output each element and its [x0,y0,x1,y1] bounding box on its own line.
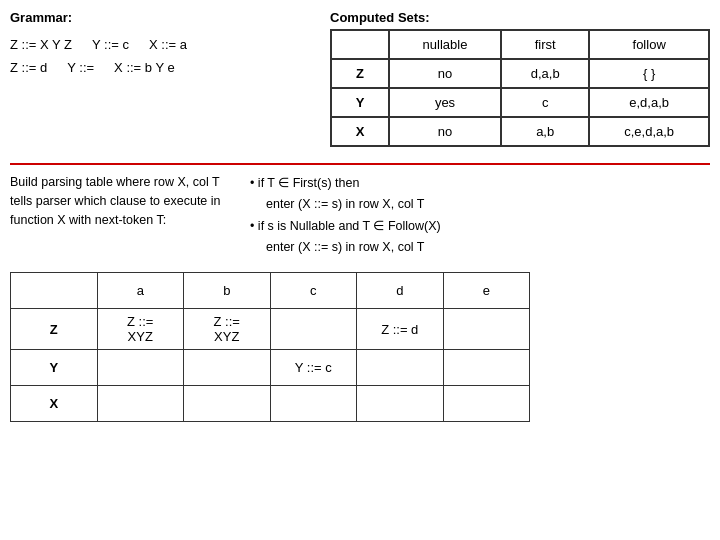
computed-symbol-x: X [331,117,389,146]
computed-header-follow: follow [589,30,709,59]
parsing-z-d: Z ::= d [357,309,444,350]
parsing-table: a b c d e Z Z ::=XYZ Z ::=XYZ Z ::= d Y … [10,272,530,422]
parsing-y-a [97,350,184,386]
computed-nullable-z: no [389,59,501,88]
grammar-rule-y1: Y ::= c [92,33,129,56]
computed-row-x: X no a,b c,e,d,a,b [331,117,709,146]
grammar-rule-y2: Y ::= [67,56,94,79]
parsing-y-b [184,350,271,386]
parsing-x-d [357,386,444,422]
parsing-header-e: e [443,273,530,309]
parsing-x-b [184,386,271,422]
parsing-z-e [443,309,530,350]
computed-follow-x: c,e,d,a,b [589,117,709,146]
rule-line-1: • if T ∈ First(s) then [250,173,710,194]
parsing-y-e [443,350,530,386]
grammar-rule-z1: Z ::= X Y Z [10,33,72,56]
parsing-x-c [270,386,357,422]
computed-first-x: a,b [501,117,589,146]
computed-title: Computed Sets: [330,10,710,25]
parsing-header-c: c [270,273,357,309]
rule-line-3: • if s is Nullable and T ∈ Follow(X) [250,216,710,237]
computed-nullable-x: no [389,117,501,146]
computed-header-nullable: nullable [389,30,501,59]
computed-row-z: Z no d,a,b { } [331,59,709,88]
parsing-y-c: Y ::= c [270,350,357,386]
grammar-line-1: Z ::= X Y Z Y ::= c X ::= a [10,33,310,56]
parsing-row-z: Z Z ::=XYZ Z ::=XYZ Z ::= d [11,309,530,350]
parsing-z-c [270,309,357,350]
rules-text: • if T ∈ First(s) then enter (X ::= s) i… [250,173,710,258]
grammar-body: Z ::= X Y Z Y ::= c X ::= a Z ::= d Y ::… [10,33,310,80]
parsing-row-x: X [11,386,530,422]
computed-nullable-y: yes [389,88,501,117]
rule-line-2: enter (X ::= s) in row X, col T [250,194,710,215]
parsing-symbol-z: Z [11,309,98,350]
computed-table: nullable first follow Z no d,a,b { } Y y… [330,29,710,147]
grammar-section: Grammar: Z ::= X Y Z Y ::= c X ::= a Z :… [10,10,310,147]
parsing-z-b: Z ::=XYZ [184,309,271,350]
parsing-header-a: a [97,273,184,309]
grammar-line-2: Z ::= d Y ::= X ::= b Y e [10,56,310,79]
rule-line-4: enter (X ::= s) in row X, col T [250,237,710,258]
parsing-y-d [357,350,444,386]
parsing-header-d: d [357,273,444,309]
parsing-symbol-y: Y [11,350,98,386]
bottom-section: Build parsing table where row X, col T t… [10,173,710,258]
section-divider [10,163,710,165]
computed-header-first: first [501,30,589,59]
parsing-x-a [97,386,184,422]
computed-section: Computed Sets: nullable first follow Z n… [330,10,710,147]
computed-follow-y: e,d,a,b [589,88,709,117]
computed-header-empty [331,30,389,59]
parsing-x-e [443,386,530,422]
grammar-rule-x2: X ::= b Y e [114,56,175,79]
grammar-rule-x1: X ::= a [149,33,187,56]
computed-first-z: d,a,b [501,59,589,88]
computed-symbol-z: Z [331,59,389,88]
build-text: Build parsing table where row X, col T t… [10,173,230,258]
parsing-header-empty [11,273,98,309]
grammar-rule-z2: Z ::= d [10,56,47,79]
parsing-symbol-x: X [11,386,98,422]
parsing-table-wrapper: a b c d e Z Z ::=XYZ Z ::=XYZ Z ::= d Y … [10,272,710,422]
parsing-z-a: Z ::=XYZ [97,309,184,350]
computed-row-y: Y yes c e,d,a,b [331,88,709,117]
computed-symbol-y: Y [331,88,389,117]
computed-first-y: c [501,88,589,117]
computed-follow-z: { } [589,59,709,88]
parsing-header-b: b [184,273,271,309]
parsing-row-y: Y Y ::= c [11,350,530,386]
grammar-title: Grammar: [10,10,310,25]
